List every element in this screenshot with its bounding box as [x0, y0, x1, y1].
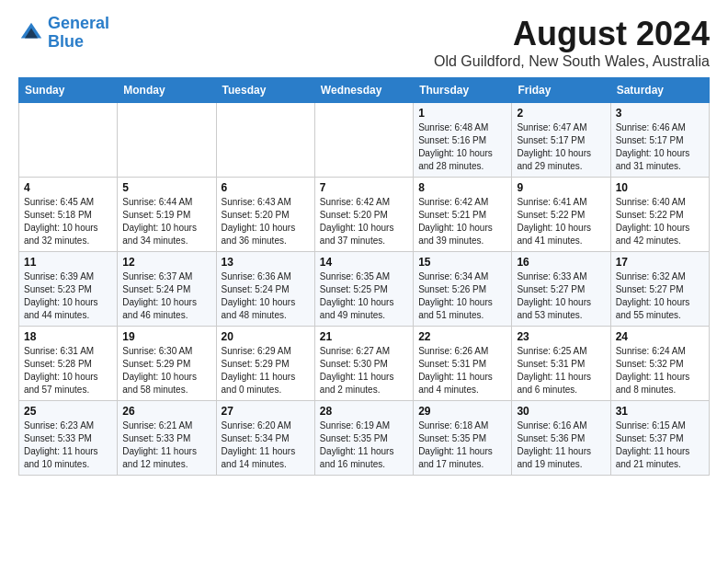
calendar-week-row: 18Sunrise: 6:31 AMSunset: 5:28 PMDayligh… — [19, 327, 710, 401]
logo: General Blue — [18, 15, 109, 52]
calendar-cell: 20Sunrise: 6:29 AMSunset: 5:29 PMDayligh… — [216, 327, 314, 401]
day-number: 25 — [24, 405, 112, 418]
calendar-cell: 15Sunrise: 6:34 AMSunset: 5:26 PMDayligh… — [414, 252, 512, 327]
day-number: 18 — [24, 330, 112, 343]
day-number: 30 — [517, 405, 605, 418]
day-info: Sunrise: 6:18 AMSunset: 5:35 PMDaylight:… — [418, 419, 506, 471]
day-info: Sunrise: 6:47 AMSunset: 5:17 PMDaylight:… — [517, 121, 605, 173]
calendar-cell: 25Sunrise: 6:23 AMSunset: 5:33 PMDayligh… — [19, 401, 118, 476]
calendar-cell: 3Sunrise: 6:46 AMSunset: 5:17 PMDaylight… — [610, 103, 709, 178]
day-number: 28 — [320, 405, 408, 418]
day-info: Sunrise: 6:34 AMSunset: 5:26 PMDaylight:… — [418, 270, 506, 322]
calendar-cell: 21Sunrise: 6:27 AMSunset: 5:30 PMDayligh… — [314, 327, 413, 401]
calendar-cell: 8Sunrise: 6:42 AMSunset: 5:21 PMDaylight… — [414, 178, 512, 252]
calendar-cell: 11Sunrise: 6:39 AMSunset: 5:23 PMDayligh… — [19, 252, 118, 327]
calendar-week-row: 25Sunrise: 6:23 AMSunset: 5:33 PMDayligh… — [19, 401, 710, 476]
day-number: 23 — [517, 330, 605, 343]
day-info: Sunrise: 6:21 AMSunset: 5:33 PMDaylight:… — [122, 419, 210, 471]
day-info: Sunrise: 6:31 AMSunset: 5:28 PMDaylight:… — [24, 345, 112, 396]
weekday-header-tuesday: Tuesday — [216, 78, 314, 103]
calendar-cell: 19Sunrise: 6:30 AMSunset: 5:29 PMDayligh… — [118, 327, 216, 401]
day-info: Sunrise: 6:33 AMSunset: 5:27 PMDaylight:… — [517, 270, 605, 322]
day-info: Sunrise: 6:26 AMSunset: 5:31 PMDaylight:… — [418, 345, 506, 396]
calendar-cell: 22Sunrise: 6:26 AMSunset: 5:31 PMDayligh… — [414, 327, 512, 401]
calendar-cell: 28Sunrise: 6:19 AMSunset: 5:35 PMDayligh… — [314, 401, 413, 476]
weekday-header-sunday: Sunday — [19, 78, 118, 103]
day-info: Sunrise: 6:41 AMSunset: 5:22 PMDaylight:… — [517, 196, 605, 247]
day-info: Sunrise: 6:24 AMSunset: 5:32 PMDaylight:… — [616, 345, 704, 396]
calendar-cell — [314, 103, 413, 178]
weekday-header-thursday: Thursday — [414, 78, 512, 103]
calendar-cell: 1Sunrise: 6:48 AMSunset: 5:16 PMDaylight… — [414, 103, 512, 178]
weekday-header-wednesday: Wednesday — [314, 78, 413, 103]
calendar-cell: 31Sunrise: 6:15 AMSunset: 5:37 PMDayligh… — [610, 401, 709, 476]
calendar-cell: 5Sunrise: 6:44 AMSunset: 5:19 PMDaylight… — [118, 178, 216, 252]
day-number: 14 — [320, 256, 408, 269]
day-info: Sunrise: 6:44 AMSunset: 5:19 PMDaylight:… — [122, 196, 210, 247]
day-info: Sunrise: 6:32 AMSunset: 5:27 PMDaylight:… — [616, 270, 704, 322]
day-number: 11 — [24, 256, 112, 269]
day-number: 7 — [320, 181, 408, 194]
day-number: 2 — [517, 107, 605, 120]
day-info: Sunrise: 6:16 AMSunset: 5:36 PMDaylight:… — [517, 419, 605, 471]
calendar-week-row: 11Sunrise: 6:39 AMSunset: 5:23 PMDayligh… — [19, 252, 710, 327]
day-info: Sunrise: 6:30 AMSunset: 5:29 PMDaylight:… — [122, 345, 210, 396]
calendar-cell: 26Sunrise: 6:21 AMSunset: 5:33 PMDayligh… — [118, 401, 216, 476]
day-info: Sunrise: 6:15 AMSunset: 5:37 PMDaylight:… — [616, 419, 704, 471]
day-number: 16 — [517, 256, 605, 269]
calendar-table: SundayMondayTuesdayWednesdayThursdayFrid… — [18, 77, 710, 476]
calendar-cell: 12Sunrise: 6:37 AMSunset: 5:24 PMDayligh… — [118, 252, 216, 327]
day-number: 21 — [320, 330, 408, 343]
weekday-header-monday: Monday — [118, 78, 216, 103]
day-number: 5 — [122, 181, 210, 194]
day-number: 1 — [418, 107, 506, 120]
day-number: 24 — [616, 330, 704, 343]
calendar-cell — [118, 103, 216, 178]
day-number: 10 — [616, 181, 704, 194]
title-area: August 2024 Old Guildford, New South Wal… — [434, 15, 710, 70]
day-info: Sunrise: 6:20 AMSunset: 5:34 PMDaylight:… — [222, 419, 310, 471]
weekday-header-saturday: Saturday — [610, 78, 709, 103]
calendar-cell — [216, 103, 314, 178]
day-info: Sunrise: 6:48 AMSunset: 5:16 PMDaylight:… — [418, 121, 506, 173]
calendar-cell: 27Sunrise: 6:20 AMSunset: 5:34 PMDayligh… — [216, 401, 314, 476]
month-year-title: August 2024 — [434, 15, 710, 53]
calendar-cell: 4Sunrise: 6:45 AMSunset: 5:18 PMDaylight… — [19, 178, 118, 252]
day-info: Sunrise: 6:29 AMSunset: 5:29 PMDaylight:… — [222, 345, 310, 396]
calendar-cell: 6Sunrise: 6:43 AMSunset: 5:20 PMDaylight… — [216, 178, 314, 252]
day-number: 15 — [418, 256, 506, 269]
page-header: General Blue August 2024 Old Guildford, … — [18, 15, 710, 70]
day-number: 29 — [418, 405, 506, 418]
calendar-cell: 18Sunrise: 6:31 AMSunset: 5:28 PMDayligh… — [19, 327, 118, 401]
day-number: 20 — [222, 330, 310, 343]
day-number: 22 — [418, 330, 506, 343]
day-number: 12 — [122, 256, 210, 269]
calendar-week-row: 4Sunrise: 6:45 AMSunset: 5:18 PMDaylight… — [19, 178, 710, 252]
day-info: Sunrise: 6:37 AMSunset: 5:24 PMDaylight:… — [122, 270, 210, 322]
day-info: Sunrise: 6:43 AMSunset: 5:20 PMDaylight:… — [222, 196, 310, 247]
day-info: Sunrise: 6:46 AMSunset: 5:17 PMDaylight:… — [616, 121, 704, 173]
day-info: Sunrise: 6:25 AMSunset: 5:31 PMDaylight:… — [517, 345, 605, 396]
day-number: 27 — [222, 405, 310, 418]
day-number: 6 — [222, 181, 310, 194]
day-number: 31 — [616, 405, 704, 418]
calendar-cell: 23Sunrise: 6:25 AMSunset: 5:31 PMDayligh… — [512, 327, 610, 401]
day-info: Sunrise: 6:42 AMSunset: 5:20 PMDaylight:… — [320, 196, 408, 247]
calendar-cell: 10Sunrise: 6:40 AMSunset: 5:22 PMDayligh… — [610, 178, 709, 252]
logo-text: General Blue — [48, 15, 109, 52]
day-number: 17 — [616, 256, 704, 269]
day-info: Sunrise: 6:19 AMSunset: 5:35 PMDaylight:… — [320, 419, 408, 471]
day-number: 3 — [616, 107, 704, 120]
location-subtitle: Old Guildford, New South Wales, Australi… — [434, 53, 710, 70]
day-info: Sunrise: 6:39 AMSunset: 5:23 PMDaylight:… — [24, 270, 112, 322]
calendar-week-row: 1Sunrise: 6:48 AMSunset: 5:16 PMDaylight… — [19, 103, 710, 178]
day-number: 4 — [24, 181, 112, 194]
calendar-cell: 29Sunrise: 6:18 AMSunset: 5:35 PMDayligh… — [414, 401, 512, 476]
calendar-cell: 16Sunrise: 6:33 AMSunset: 5:27 PMDayligh… — [512, 252, 610, 327]
calendar-cell: 2Sunrise: 6:47 AMSunset: 5:17 PMDaylight… — [512, 103, 610, 178]
day-number: 8 — [418, 181, 506, 194]
day-info: Sunrise: 6:35 AMSunset: 5:25 PMDaylight:… — [320, 270, 408, 322]
weekday-header-row: SundayMondayTuesdayWednesdayThursdayFrid… — [19, 78, 710, 103]
calendar-cell: 30Sunrise: 6:16 AMSunset: 5:36 PMDayligh… — [512, 401, 610, 476]
day-info: Sunrise: 6:42 AMSunset: 5:21 PMDaylight:… — [418, 196, 506, 247]
